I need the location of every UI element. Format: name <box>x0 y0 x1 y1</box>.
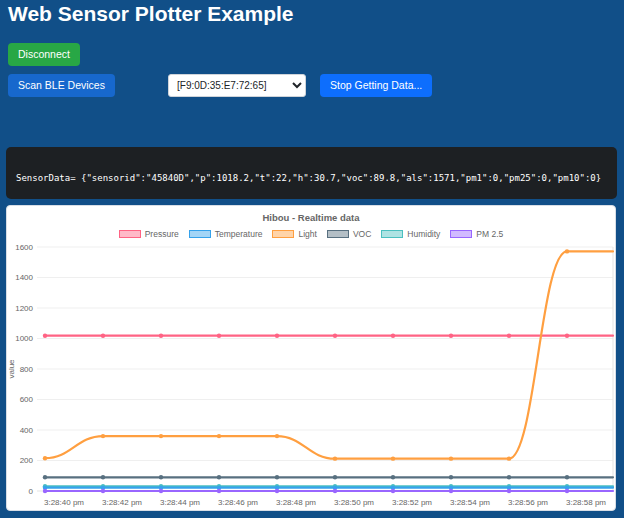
legend-item-pressure[interactable]: Pressure <box>119 229 179 239</box>
chart-plot: 020040060080010001200140016003:28:40 pm3… <box>7 239 617 512</box>
data-point-pm-2-5 <box>43 489 47 493</box>
sensor-data-console: SensorData= {"sensorid":"45840D","p":101… <box>6 147 617 199</box>
x-tick-label: 3:28:50 pm <box>334 498 374 507</box>
data-point-pressure <box>391 334 395 338</box>
data-point-pressure <box>159 334 163 338</box>
legend-swatch-temperature <box>189 230 211 238</box>
y-tick-label: 1200 <box>15 304 33 313</box>
data-point-light <box>391 456 395 460</box>
data-point-pm-2-5 <box>565 489 569 493</box>
x-tick-label: 3:28:44 pm <box>160 498 200 507</box>
legend-label: Humidity <box>407 229 440 239</box>
legend-label: VOC <box>353 229 371 239</box>
disconnect-button[interactable]: Disconnect <box>8 43 80 66</box>
data-point-pressure <box>507 334 511 338</box>
data-point-pressure <box>275 334 279 338</box>
data-point-voc <box>275 475 279 479</box>
data-point-voc <box>333 475 337 479</box>
legend-item-light[interactable]: Light <box>272 229 316 239</box>
x-tick-label: 3:28:42 pm <box>102 498 142 507</box>
data-point-voc <box>217 475 221 479</box>
data-point-voc <box>391 475 395 479</box>
legend-label: Pressure <box>145 229 179 239</box>
data-point-pm-2-5 <box>333 489 337 493</box>
data-point-light <box>159 434 163 438</box>
x-tick-label: 3:28:48 pm <box>276 498 316 507</box>
data-point-voc <box>159 475 163 479</box>
data-point-pm-2-5 <box>159 489 163 493</box>
x-tick-label: 3:28:52 pm <box>392 498 432 507</box>
data-point-light <box>565 249 569 253</box>
data-point-pm-2-5 <box>217 489 221 493</box>
data-point-voc <box>507 475 511 479</box>
sensor-data-text: SensorData= {"sensorid":"45840D","p":101… <box>16 173 601 183</box>
data-point-voc <box>43 475 47 479</box>
data-point-pm-2-5 <box>507 489 511 493</box>
data-point-pressure <box>565 334 569 338</box>
data-point-pressure <box>101 334 105 338</box>
data-point-pm-2-5 <box>101 489 105 493</box>
device-select[interactable]: [F9:0D:35:E7:72:65] <box>168 74 306 97</box>
data-point-voc <box>101 475 105 479</box>
x-tick-label: 3:28:40 pm <box>44 498 84 507</box>
data-point-light <box>449 456 453 460</box>
y-axis-title: value <box>7 359 16 379</box>
legend-swatch-light <box>272 230 294 238</box>
legend-item-humidity[interactable]: Humidity <box>381 229 440 239</box>
data-point-light <box>275 434 279 438</box>
data-point-light <box>507 456 511 460</box>
y-tick-label: 1600 <box>15 243 33 252</box>
y-tick-label: 200 <box>20 456 34 465</box>
data-point-light <box>101 434 105 438</box>
chart-title: Hibou - Realtime data <box>7 212 615 223</box>
data-point-pressure <box>43 334 47 338</box>
legend-swatch-pm-2-5 <box>450 230 472 238</box>
stop-getting-data-button[interactable]: Stop Getting Data... <box>320 74 432 97</box>
page: { "page": { "title": "Web Sensor Plotter… <box>0 0 624 518</box>
x-tick-label: 3:28:54 pm <box>450 498 490 507</box>
data-point-light <box>333 456 337 460</box>
data-point-light <box>43 456 47 460</box>
data-point-light <box>217 434 221 438</box>
chart-card: Hibou - Realtime data PressureTemperatur… <box>6 205 616 511</box>
legend-swatch-humidity <box>381 230 403 238</box>
legend-label: PM 2.5 <box>476 229 503 239</box>
data-point-pressure <box>217 334 221 338</box>
x-tick-label: 3:28:56 pm <box>508 498 548 507</box>
legend-swatch-voc <box>327 230 349 238</box>
y-tick-label: 1000 <box>15 334 33 343</box>
legend-item-pm-2-5[interactable]: PM 2.5 <box>450 229 503 239</box>
x-tick-label: 3:28:58 pm <box>566 498 606 507</box>
legend-swatch-pressure <box>119 230 141 238</box>
x-tick-label: 3:28:46 pm <box>218 498 258 507</box>
data-point-pm-2-5 <box>275 489 279 493</box>
y-tick-label: 600 <box>20 395 34 404</box>
legend-label: Temperature <box>215 229 263 239</box>
y-tick-label: 400 <box>20 426 34 435</box>
data-point-pressure <box>333 334 337 338</box>
y-tick-label: 1400 <box>15 273 33 282</box>
page-title: Web Sensor Plotter Example <box>8 2 294 26</box>
y-tick-label: 0 <box>29 487 34 496</box>
legend-label: Light <box>298 229 316 239</box>
scan-ble-devices-button[interactable]: Scan BLE Devices <box>8 74 115 97</box>
data-point-voc <box>449 475 453 479</box>
legend-item-voc[interactable]: VOC <box>327 229 371 239</box>
y-tick-label: 800 <box>20 365 34 374</box>
data-point-pm-2-5 <box>449 489 453 493</box>
data-point-pm-2-5 <box>391 489 395 493</box>
series-line-light <box>45 251 613 458</box>
data-point-pressure <box>449 334 453 338</box>
legend-item-temperature[interactable]: Temperature <box>189 229 263 239</box>
data-point-voc <box>565 475 569 479</box>
